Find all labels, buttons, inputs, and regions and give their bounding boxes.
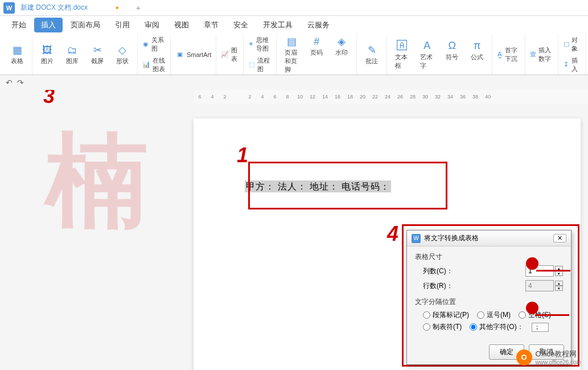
table-button[interactable]: ▦ 表格	[6, 42, 28, 67]
menu-start[interactable]: 开始	[5, 18, 33, 32]
gallery-icon: 🗂	[65, 43, 79, 57]
smartart-button[interactable]: ▣SmartArt	[173, 49, 213, 60]
menu-cloud[interactable]: 云服务	[301, 18, 336, 32]
radio-comma[interactable]: 逗号(M)	[477, 310, 511, 320]
annotation-box-1	[248, 162, 447, 209]
brand-name: Office教程网	[536, 349, 581, 359]
chart-button[interactable]: 📈图表	[219, 45, 241, 64]
rows-row: 行数(R)： ▴▾	[423, 280, 563, 291]
dialog-app-icon: W	[412, 234, 421, 243]
header-footer-icon: ▤	[285, 35, 298, 48]
annotation-1: 1	[237, 143, 248, 167]
dialog-body: 表格尺寸 列数(C)： ▴▾ 行数(R)： ▴▾ 文字分隔位置 段落标记(P) …	[407, 246, 571, 340]
page-number-icon: #	[310, 35, 323, 48]
menu-chapter[interactable]: 章节	[197, 18, 225, 32]
online-chart-button[interactable]: 📊在线图表	[140, 55, 168, 75]
equation-button[interactable]: π公式	[466, 38, 488, 71]
annotation-4: 4	[387, 222, 398, 246]
menu-references[interactable]: 引用	[108, 18, 137, 32]
screenshot-icon: ✂	[91, 43, 104, 57]
radio-tab-input[interactable]	[423, 323, 430, 331]
smartart-icon: ▣	[175, 50, 184, 59]
columns-label: 列数(C)：	[423, 266, 463, 276]
dialog-close-button[interactable]: ✕	[553, 234, 566, 242]
menu-page-layout[interactable]: 页面布局	[64, 18, 107, 32]
dialog-titlebar[interactable]: W 将文字转换成表格 ✕	[407, 231, 571, 246]
title-bar: W 新建 DOCX 文档.docx • +	[0, 0, 588, 16]
flowchart-icon: ⬚	[248, 60, 255, 69]
convert-text-to-table-dialog: W 将文字转换成表格 ✕ 表格尺寸 列数(C)： ▴▾ 行数(R)： ▴▾ 文字…	[406, 230, 571, 365]
annotation-underline-columns	[536, 270, 570, 272]
redo-button[interactable]: ↷	[17, 78, 24, 87]
chart-icon: 📈	[221, 50, 229, 59]
radio-tab[interactable]: 制表符(T)	[423, 322, 462, 332]
annotation-underline-space	[535, 314, 569, 316]
object-button[interactable]: ▢对象	[561, 35, 583, 54]
radio-space-input[interactable]	[519, 311, 526, 319]
footer-brand: O Office教程网 www.office26.com	[516, 349, 581, 365]
rows-input	[525, 280, 554, 291]
mindmap-button[interactable]: ☀思维导图	[246, 35, 274, 54]
comment-icon: ✎	[365, 43, 379, 57]
shape-icon: ◇	[116, 43, 129, 57]
equation-icon: π	[470, 39, 484, 53]
undo-button[interactable]: ↶	[6, 78, 13, 87]
dropcap-button[interactable]: A̲首字下沉	[495, 45, 523, 64]
menu-security[interactable]: 安全	[227, 18, 255, 32]
rows-spinner: ▴▾	[555, 281, 563, 291]
comment-button[interactable]: ✎批注	[360, 42, 383, 67]
brand-icon: O	[516, 350, 532, 365]
relation-icon: ◉	[142, 40, 149, 49]
table-icon: ▦	[10, 43, 24, 57]
annotation-3: 3	[43, 90, 55, 108]
insert-button[interactable]: ↧插入	[561, 55, 583, 75]
screenshot-button[interactable]: ✂截屏	[86, 42, 109, 67]
insert-icon: ↧	[563, 60, 569, 69]
new-tab-button[interactable]: +	[136, 3, 141, 13]
menu-insert[interactable]: 插入	[34, 18, 63, 32]
brand-url: www.office26.com	[536, 359, 581, 365]
shape-button[interactable]: ◇形状	[111, 42, 134, 67]
menu-view[interactable]: 视图	[167, 18, 196, 32]
picture-icon: 🖼	[40, 43, 54, 57]
flowchart-button[interactable]: ⬚流程图	[246, 55, 274, 75]
annotation-dot-space	[526, 302, 538, 314]
workspace: 楠 GO 6 4 2 2 4 6 8 10 12 14 16 18 20 22 …	[0, 90, 588, 370]
watermark-button[interactable]: ◈水印	[330, 34, 353, 75]
mindmap-icon: ☀	[248, 40, 254, 49]
header-footer-button[interactable]: ▤页眉和页脚	[280, 34, 303, 75]
radio-other-input[interactable]	[470, 323, 477, 331]
radio-paragraph[interactable]: 段落标记(P)	[423, 310, 469, 320]
ribbon: ▦ 表格 🖼图片 🗂图库 ✂截屏 ◇形状 ◉关系图 📊在线图表 ▣SmartAr…	[0, 34, 588, 75]
watermark-text-1: 楠	[46, 113, 148, 250]
horizontal-ruler[interactable]: 6 4 2 2 4 6 8 10 12 14 16 18 20 22 24 26…	[194, 90, 588, 104]
separator-group-label: 文字分隔位置	[415, 297, 563, 307]
other-char-input[interactable]	[532, 323, 549, 332]
app-icon: W	[3, 2, 15, 14]
size-group-label: 表格尺寸	[415, 252, 563, 262]
spin-down-icon[interactable]: ▾	[555, 271, 563, 276]
gallery-button[interactable]: 🗂图库	[61, 42, 84, 67]
textbox-icon: 🄰	[395, 39, 409, 53]
spin-down-icon: ▾	[555, 286, 563, 291]
radio-comma-input[interactable]	[477, 311, 484, 319]
document-title[interactable]: 新建 DOCX 文档.docx	[18, 3, 90, 13]
tab-modified-dot: •	[116, 3, 119, 13]
picture-button[interactable]: 🖼图片	[36, 42, 59, 67]
page-number-button[interactable]: #页码	[305, 34, 328, 75]
radio-paragraph-input[interactable]	[423, 311, 430, 319]
insert-number-button[interactable]: 壹插入数字	[528, 45, 556, 64]
annotation-dot-columns	[526, 257, 538, 270]
textbox-button[interactable]: 🄰文本框	[390, 38, 413, 71]
relation-button[interactable]: ◉关系图	[140, 35, 168, 54]
menu-devtools[interactable]: 开发工具	[256, 18, 299, 32]
wordart-button[interactable]: A艺术字	[416, 38, 438, 71]
symbol-button[interactable]: Ω符号	[441, 38, 463, 71]
online-chart-icon: 📊	[142, 60, 150, 69]
watermark-icon: ◈	[335, 35, 348, 48]
menu-review[interactable]: 审阅	[138, 18, 166, 32]
wordart-icon: A	[420, 39, 434, 53]
radio-other[interactable]: 其他字符(O)：	[470, 322, 523, 332]
dropcap-icon: A̲	[497, 50, 503, 59]
symbol-icon: Ω	[445, 39, 459, 53]
